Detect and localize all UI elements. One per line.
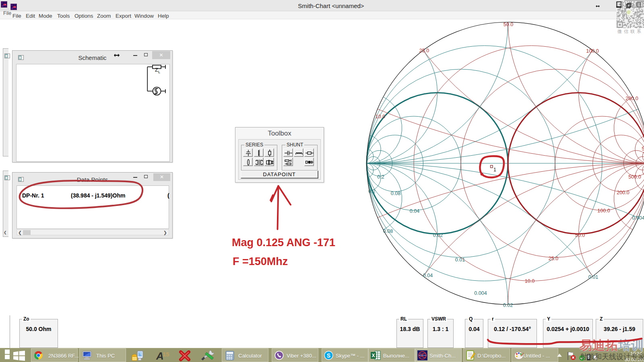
svg-text:0.01: 0.01 [588,274,598,280]
svg-text:10.0: 10.0 [525,278,535,284]
svg-text:L: L [158,70,160,74]
svg-text:0.2: 0.2 [368,189,375,194]
svg-text:25.0: 25.0 [419,48,429,53]
svg-text:X: X [372,353,375,358]
svg-text:0.2: 0.2 [377,174,384,180]
svg-text:0.08: 0.08 [383,228,393,234]
svg-text:50.0: 50.0 [504,22,513,27]
svg-text:0.02: 0.02 [433,232,443,238]
svg-text:1: 1 [493,167,496,173]
svg-text:100.0: 100.0 [597,208,610,214]
svg-text:0.04: 0.04 [423,273,433,278]
svg-text:0.004: 0.004 [632,215,644,221]
svg-text:S: S [327,352,330,359]
svg-text:500.0: 500.0 [628,174,641,180]
svg-text:50.0: 50.0 [575,232,585,238]
svg-text:0.01: 0.01 [455,257,465,263]
svg-text:200.0: 200.0 [625,96,638,101]
svg-text:0.02: 0.02 [503,302,513,308]
svg-text:0.004: 0.004 [474,290,487,296]
svg-text:5: 5 [642,146,644,152]
svg-text:Z: Z [155,67,158,73]
svg-text:200.0: 200.0 [617,190,629,195]
svg-text:25.0: 25.0 [549,256,558,261]
svg-text:100.0: 100.0 [586,48,599,54]
svg-text:0.04: 0.04 [410,208,419,214]
svg-text:10.0: 10.0 [376,114,385,119]
svg-text:0.08: 0.08 [391,191,400,196]
